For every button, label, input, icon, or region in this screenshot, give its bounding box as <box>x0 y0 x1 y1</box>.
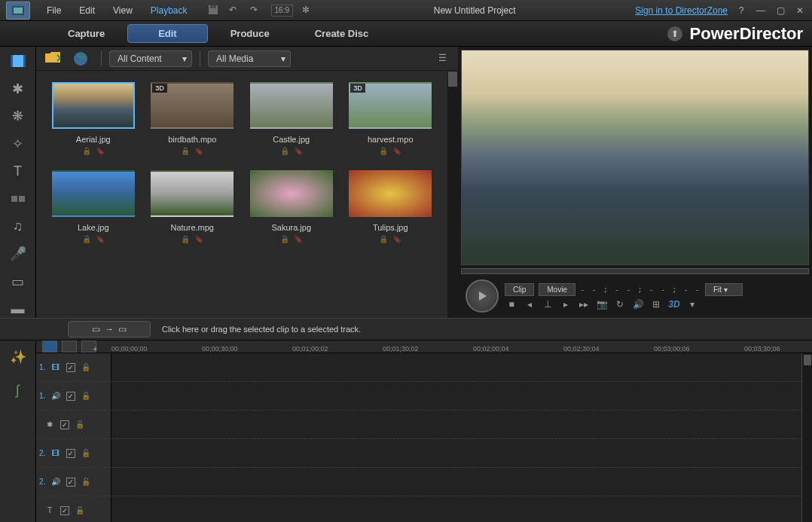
minimize-icon[interactable]: — <box>755 5 767 17</box>
preview-viewport[interactable] <box>461 50 809 265</box>
chapter-room-icon[interactable]: ▭ <box>9 273 27 291</box>
dock-icon[interactable]: ⊞ <box>649 299 663 310</box>
track-lane[interactable] <box>111 411 801 438</box>
media-thumbnail[interactable]: 3D <box>349 82 432 129</box>
clip-mode-button[interactable]: Clip <box>505 283 534 296</box>
menu-playback[interactable]: Playback <box>142 2 197 19</box>
media-thumbnail[interactable] <box>52 170 135 217</box>
save-icon[interactable] <box>208 5 220 17</box>
track-lane[interactable] <box>111 439 801 467</box>
track-lane[interactable] <box>111 468 801 496</box>
timeline-scrollbar[interactable] <box>801 353 812 522</box>
3d-toggle[interactable]: 3D <box>667 299 681 310</box>
track-visible-checkbox[interactable]: ✓ <box>66 392 75 401</box>
track-visible-checkbox[interactable]: ✓ <box>66 363 75 372</box>
zoom-fit-dropdown[interactable]: Fit ▾ <box>705 283 743 296</box>
media-thumbnail[interactable] <box>52 82 135 129</box>
track-lane[interactable] <box>111 496 801 522</box>
help-icon[interactable]: ? <box>735 5 747 17</box>
pip-room-icon[interactable]: ❋ <box>9 108 27 125</box>
timeline-track[interactable]: ✱✓🔓 <box>36 411 801 439</box>
media-filter-dropdown[interactable]: All Media <box>208 50 291 67</box>
tab-produce[interactable]: Produce <box>208 23 292 44</box>
track-lock-icon[interactable]: 🔓 <box>80 362 92 373</box>
settings-icon[interactable]: ✻ <box>302 5 314 17</box>
media-thumbnail[interactable]: 3D <box>151 82 234 129</box>
media-item[interactable]: Aerial.jpg🔒🔖 <box>47 82 139 155</box>
scrub-bar[interactable] <box>461 268 809 274</box>
timeline-ruler[interactable]: 00;00;00;0000;00;30;0000;01;00;0200;01;3… <box>111 340 812 353</box>
volume-icon[interactable]: 🔊 <box>631 299 645 310</box>
svrt-icon[interactable]: ∫ <box>9 381 27 399</box>
magic-tools-icon[interactable]: ✨ <box>9 348 27 366</box>
tab-edit[interactable]: Edit <box>127 24 208 43</box>
subtitle-room-icon[interactable]: ▬ <box>9 301 27 318</box>
prev-frame-icon[interactable]: ◂ <box>523 299 536 310</box>
media-thumbnail[interactable] <box>250 170 333 217</box>
view-menu-icon[interactable]: ☰ <box>438 53 450 65</box>
media-room-icon[interactable] <box>9 53 27 70</box>
content-filter-dropdown[interactable]: All Content <box>109 50 192 67</box>
movie-mode-button[interactable]: Movie <box>539 283 575 296</box>
media-item[interactable]: 3Dbirdbath.mpo🔒🔖 <box>147 82 239 155</box>
stop-icon[interactable]: ■ <box>505 299 518 310</box>
signin-link[interactable]: Sign in to DirectorZone <box>635 5 728 16</box>
particle-room-icon[interactable]: ✧ <box>9 136 27 153</box>
track-lock-icon[interactable]: 🔓 <box>80 448 92 459</box>
close-icon[interactable]: ✕ <box>794 5 806 17</box>
media-thumbnail[interactable] <box>151 170 234 217</box>
track-lock-icon[interactable]: 🔓 <box>80 477 92 487</box>
menu-view[interactable]: View <box>104 2 142 19</box>
insert-clip-button[interactable]: ▭ → ▭ <box>68 321 151 337</box>
media-item[interactable]: Sakura.jpg🔒🔖 <box>246 170 337 243</box>
timeline-track[interactable]: T✓🔓 <box>36 496 801 522</box>
3d-dropdown-icon[interactable]: ▾ <box>685 299 699 310</box>
aspect-ratio-dropdown[interactable]: 16:9 <box>271 5 293 17</box>
media-item[interactable]: 3Dharvest.mpo🔒🔖 <box>345 82 437 155</box>
timeline-track[interactable]: 1.🎞✓🔓 <box>36 353 801 382</box>
voice-room-icon[interactable]: 🎤 <box>9 246 27 263</box>
media-thumbnail[interactable] <box>349 170 432 217</box>
media-thumbnail[interactable] <box>250 82 333 129</box>
menu-file[interactable]: File <box>38 2 70 19</box>
track-visible-checkbox[interactable]: ✓ <box>66 478 75 487</box>
snapshot-icon[interactable]: 📷 <box>595 299 609 310</box>
menu-edit[interactable]: Edit <box>70 2 104 19</box>
transition-room-icon[interactable] <box>9 191 27 208</box>
next-frame-icon[interactable]: ▸ <box>559 299 572 310</box>
title-room-icon[interactable]: T <box>9 163 27 180</box>
storyboard-view-button[interactable] <box>62 340 77 353</box>
upload-icon[interactable]: ⬆ <box>667 26 682 41</box>
timeline-track[interactable]: 2.🎞✓🔓 <box>36 439 801 468</box>
maximize-icon[interactable]: ▢ <box>774 5 786 17</box>
tab-create-disc[interactable]: Create Disc <box>292 23 392 44</box>
track-visible-checkbox[interactable]: ✓ <box>60 506 69 515</box>
track-lane[interactable] <box>111 382 801 410</box>
track-lane[interactable] <box>111 353 801 381</box>
track-lock-icon[interactable]: 🔓 <box>80 391 92 401</box>
media-item[interactable]: Lake.jpg🔒🔖 <box>47 170 139 243</box>
timeline-view-button[interactable] <box>42 340 57 353</box>
media-scrollbar[interactable] <box>447 71 458 318</box>
audio-room-icon[interactable]: ♫ <box>9 218 27 236</box>
media-item[interactable]: Tulips.jpg🔒🔖 <box>345 170 437 243</box>
undo-icon[interactable]: ↶ <box>229 5 241 17</box>
timeline-track[interactable]: 1.🔊✓🔓 <box>36 382 801 411</box>
track-visible-checkbox[interactable]: ✓ <box>66 449 75 458</box>
loop-icon[interactable]: ↻ <box>613 299 627 310</box>
media-item[interactable]: Castle.jpg🔒🔖 <box>246 82 337 155</box>
tab-capture[interactable]: Capture <box>45 23 127 44</box>
track-visible-checkbox[interactable]: ✓ <box>60 420 69 429</box>
fx-room-icon[interactable]: ✱ <box>9 81 27 98</box>
track-lock-icon[interactable]: 🔓 <box>74 505 86 516</box>
fast-forward-icon[interactable]: ▸▸ <box>577 299 591 310</box>
redo-icon[interactable]: ↷ <box>250 5 262 17</box>
track-lock-icon[interactable]: 🔓 <box>74 420 86 430</box>
import-folder-icon[interactable] <box>44 50 65 67</box>
download-icon[interactable] <box>72 50 93 67</box>
media-item[interactable]: Nature.mpg🔒🔖 <box>147 170 239 243</box>
play-button[interactable] <box>466 279 499 313</box>
step-icon[interactable]: ⊥ <box>541 299 554 310</box>
timeline-track[interactable]: 2.🔊✓🔓 <box>36 468 801 496</box>
add-track-button[interactable]: + <box>81 340 96 353</box>
